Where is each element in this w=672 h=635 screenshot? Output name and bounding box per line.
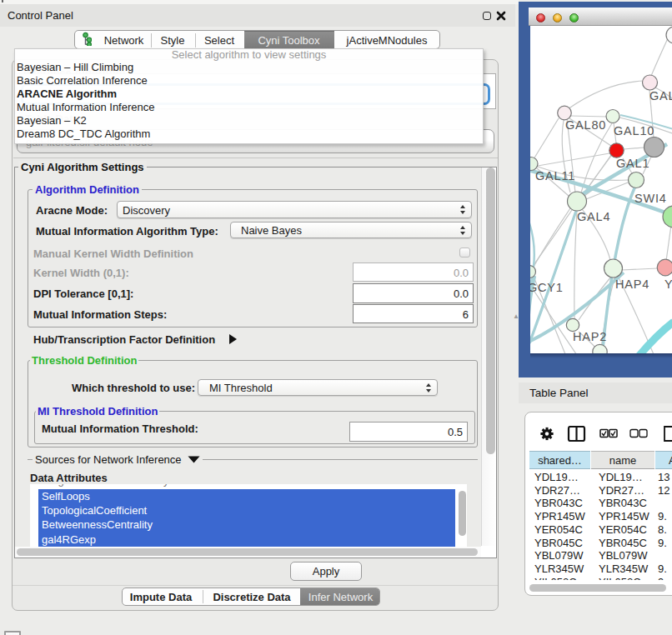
svg-text:GAL4: GAL4 [577,210,610,223]
svg-text:GAL2: GAL2 [649,89,672,102]
svg-text:SWI4: SWI4 [634,192,667,205]
svg-text:GAL80: GAL80 [565,118,606,132]
svg-text:YJL: YJL [664,278,672,291]
svg-text:GAL10: GAL10 [614,124,654,138]
svg-text:GAL1: GAL1 [616,157,649,170]
svg-text:HAP2: HAP2 [573,330,607,343]
svg-text:HAP4: HAP4 [615,278,649,291]
svg-text:GAL11: GAL11 [535,169,575,182]
svg-text:GCY1: GCY1 [530,281,564,294]
